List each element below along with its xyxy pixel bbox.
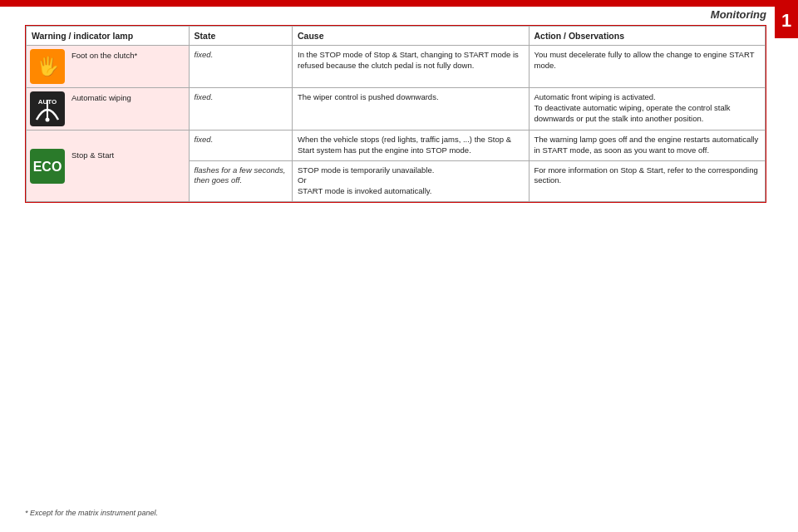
lamp-cell-stopstart: ECO Stop & Start <box>27 131 190 202</box>
cause-stopstart-1: When the vehicle stops (red lights, traf… <box>293 131 529 161</box>
lamp-label-autowipe: Automatic wiping <box>71 91 131 103</box>
header-lamp: Warning / indicator lamp <box>27 27 190 46</box>
main-table: Warning / indicator lamp State Cause Act… <box>25 25 766 203</box>
action-clutch: You must decelerate fully to allow the c… <box>529 46 766 88</box>
cause-autowipe: The wiper control is pushed downwards. <box>293 88 529 131</box>
table-row: 🖐 Foot on the clutch* fixed. In the STOP… <box>27 46 766 88</box>
state-autowipe: fixed. <box>189 88 292 131</box>
page-title: Monitoring <box>711 8 766 21</box>
lamp-cell-autowipe: AUTO Automatic wiping <box>27 88 190 131</box>
svg-text:ECO: ECO <box>33 160 62 174</box>
svg-point-5 <box>46 118 50 122</box>
action-autowipe: Automatic front wiping is activated. To … <box>529 88 766 131</box>
table-row: ECO Stop & Start fixed. When the vehicle… <box>27 131 766 161</box>
lamp-label-stopstart: Stop & Start <box>71 149 114 160</box>
clutch-icon: 🖐 <box>30 49 65 84</box>
cause-stopstart-2: STOP mode is temporarily unavailable. Or… <box>293 160 529 201</box>
svg-text:🖐: 🖐 <box>37 55 60 77</box>
chapter-number: 1 <box>775 7 798 38</box>
state-stopstart-2: flashes for a few seconds, then goes off… <box>189 160 292 201</box>
state-clutch: fixed. <box>189 46 292 88</box>
eco-icon: ECO <box>30 149 65 184</box>
action-stopstart-2: For more information on Stop & Start, re… <box>529 160 766 201</box>
lamp-cell-clutch: 🖐 Foot on the clutch* <box>27 46 190 88</box>
state-stopstart-1: fixed. <box>189 131 292 161</box>
table-row: AUTO Automatic wiping fixed. The wiper c… <box>27 88 766 131</box>
header-cause: Cause <box>293 27 529 46</box>
top-bar <box>0 0 798 7</box>
autowipe-icon: AUTO <box>30 91 65 126</box>
lamp-label-clutch: Foot on the clutch* <box>71 49 137 61</box>
header-action: Action / Observations <box>529 27 766 46</box>
header-state: State <box>189 27 292 46</box>
cause-clutch: In the STOP mode of Stop & Start, changi… <box>293 46 529 88</box>
footnote: * Except for the matrix instrument panel… <box>25 509 158 517</box>
action-stopstart-1: The warning lamp goes off and the engine… <box>529 131 766 161</box>
